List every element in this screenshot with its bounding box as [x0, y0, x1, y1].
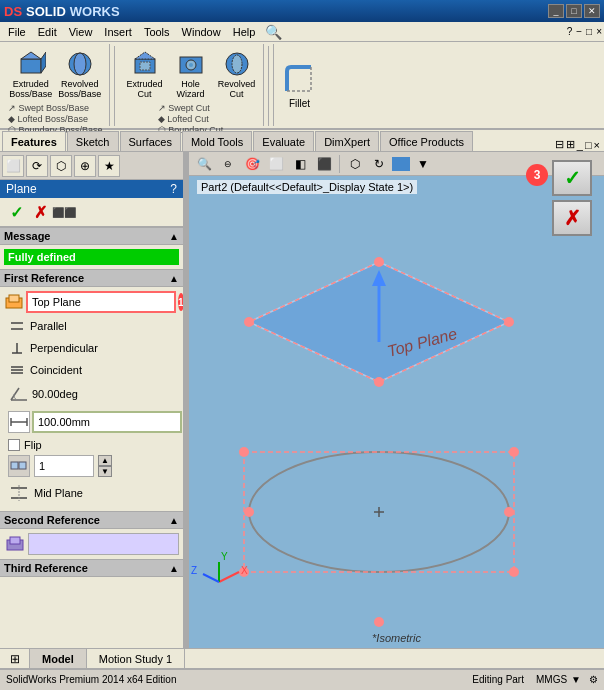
first-ref-section-header[interactable]: First Reference ▲ — [0, 269, 183, 287]
menu-tools[interactable]: Tools — [138, 22, 176, 41]
second-ref-section-header[interactable]: Second Reference ▲ — [0, 511, 183, 529]
menu-insert[interactable]: Insert — [98, 22, 138, 41]
view-3d-button[interactable]: ⬡ — [344, 154, 366, 174]
third-ref-section-header[interactable]: Third Reference ▲ — [0, 559, 183, 577]
tab-model[interactable]: Model — [30, 649, 87, 668]
win-btn-4[interactable]: × — [596, 26, 602, 37]
viewport-confirm-button[interactable]: ✓ — [552, 160, 592, 196]
zoom-in-button[interactable]: 🔍 — [193, 154, 215, 174]
second-ref-input-row — [4, 533, 179, 555]
lofted-boss-button[interactable]: ◆ Lofted Boss/Base — [6, 114, 105, 124]
tab-sketch[interactable]: Sketch — [67, 131, 119, 151]
win-btn-1[interactable]: ? — [567, 26, 573, 37]
second-ref-input[interactable] — [28, 533, 179, 555]
win-btn-2[interactable]: − — [576, 26, 582, 37]
plane-confirm-button[interactable]: ✓ — [6, 202, 26, 222]
view-orient-button[interactable]: 🎯 — [241, 154, 263, 174]
coincident-option[interactable]: Coincident — [4, 359, 179, 381]
revolved-boss-button[interactable]: RevolvedBoss/Base — [56, 46, 103, 102]
tab-evaluate[interactable]: Evaluate — [253, 131, 314, 151]
view-display-button[interactable]: ⬛ — [313, 154, 335, 174]
tab-dimxpert[interactable]: DimXpert — [315, 131, 379, 151]
instance-input[interactable] — [34, 455, 94, 477]
hole-wizard-button[interactable]: HoleWizard — [169, 46, 213, 102]
fillet-button[interactable]: Fillet — [273, 44, 326, 126]
win-btn-3[interactable]: □ — [586, 26, 592, 37]
tab-features[interactable]: Features — [2, 131, 66, 151]
badge-1: 1 — [178, 293, 184, 311]
instance-row: ▲ ▼ — [4, 453, 179, 479]
distance-input[interactable] — [32, 411, 182, 433]
message-section-header[interactable]: Message ▲ — [0, 227, 183, 245]
menu-edit[interactable]: Edit — [32, 22, 63, 41]
status-icon-1[interactable]: ⚙ — [589, 674, 598, 685]
svg-point-49 — [374, 617, 384, 627]
main-toolbar: ExtrudedBoss/Base RevolvedBoss/Base ↗ Sw… — [0, 42, 604, 130]
flip-checkbox[interactable] — [8, 439, 20, 451]
app-brand-solid: SOLID — [26, 4, 66, 19]
viewport-cancel-button[interactable]: ✗ — [552, 200, 592, 236]
perpendicular-label: Perpendicular — [30, 342, 98, 354]
status-dropdown[interactable]: ▼ — [571, 674, 581, 685]
menu-view[interactable]: View — [63, 22, 99, 41]
swept-cut-button[interactable]: ↗ Swept Cut — [156, 103, 226, 113]
hole-wizard-icon — [175, 48, 207, 80]
instance-down-button[interactable]: ▼ — [98, 466, 112, 477]
perpendicular-option[interactable]: Perpendicular — [4, 337, 179, 359]
panel-control-4[interactable]: □ — [585, 139, 592, 151]
message-header-label: Message — [4, 230, 50, 242]
tab-office-products[interactable]: Office Products — [380, 131, 473, 151]
instance-up-button[interactable]: ▲ — [98, 455, 112, 466]
revolved-cut-button[interactable]: RevolvedCut — [215, 46, 259, 102]
extruded-boss-button[interactable]: ExtrudedBoss/Base — [7, 46, 54, 102]
panel-tool-1[interactable]: ⬜ — [2, 155, 24, 177]
panel-tool-5[interactable]: ★ — [98, 155, 120, 177]
panel-tool-2[interactable]: ⟳ — [26, 155, 48, 177]
flip-row: Flip — [4, 437, 179, 453]
svg-point-39 — [244, 317, 254, 327]
lofted-cut-button[interactable]: ◆ Lofted Cut — [156, 114, 226, 124]
plane-cancel-button[interactable]: ✗ — [30, 202, 50, 222]
tab-motion-study[interactable]: Motion Study 1 — [87, 649, 185, 668]
view-color-button[interactable] — [392, 157, 410, 171]
panel-control-5[interactable]: × — [594, 139, 600, 151]
swept-boss-button[interactable]: ↗ Swept Boss/Base — [6, 103, 105, 113]
revolved-cut-icon — [221, 48, 253, 80]
svg-point-36 — [374, 257, 384, 267]
toolbar-boss-group: ExtrudedBoss/Base RevolvedBoss/Base ↗ Sw… — [2, 44, 110, 126]
extruded-boss-icon — [15, 48, 47, 80]
model-tree-button[interactable]: ⊞ — [10, 652, 20, 666]
plane-extra-button[interactable]: ⬛⬛ — [54, 202, 74, 222]
plane-help[interactable]: ? — [170, 182, 177, 196]
panel-tool-4[interactable]: ⊕ — [74, 155, 96, 177]
first-ref-input[interactable] — [26, 291, 176, 313]
menu-help[interactable]: Help — [227, 22, 262, 41]
coincident-label: Coincident — [30, 364, 82, 376]
tab-mold-tools[interactable]: Mold Tools — [182, 131, 252, 151]
view-section-button[interactable]: ◧ — [289, 154, 311, 174]
restore-button[interactable]: □ — [566, 4, 582, 18]
bottom-tab-bar: ⊞ Model Motion Study 1 — [0, 648, 604, 668]
distance-icon — [8, 411, 30, 433]
search-icon[interactable]: 🔍 — [265, 24, 282, 40]
parallel-option[interactable]: Parallel — [4, 315, 179, 337]
view-more-button[interactable]: ▼ — [412, 154, 434, 174]
panel-control-1[interactable]: ⊟ — [555, 138, 564, 151]
view-rotate-button[interactable]: ↻ — [368, 154, 390, 174]
menu-window[interactable]: Window — [176, 22, 227, 41]
third-ref-header-label: Third Reference — [4, 562, 88, 574]
view-mode-button[interactable]: ⬜ — [265, 154, 287, 174]
distance-row: ▲ ▼ 2 — [4, 409, 179, 435]
svg-line-54 — [219, 572, 239, 582]
minimize-button[interactable]: _ — [548, 4, 564, 18]
panel-control-3[interactable]: _ — [577, 139, 583, 151]
extruded-boss-label: ExtrudedBoss/Base — [9, 80, 52, 100]
fillet-icon — [282, 62, 318, 98]
extruded-cut-button[interactable]: ExtrudedCut — [123, 46, 167, 102]
panel-control-2[interactable]: ⊞ — [566, 138, 575, 151]
close-button[interactable]: ✕ — [584, 4, 600, 18]
zoom-out-button[interactable]: ⊖ — [217, 154, 239, 174]
panel-tool-3[interactable]: ⬡ — [50, 155, 72, 177]
tab-surfaces[interactable]: Surfaces — [120, 131, 181, 151]
menu-file[interactable]: File — [2, 22, 32, 41]
